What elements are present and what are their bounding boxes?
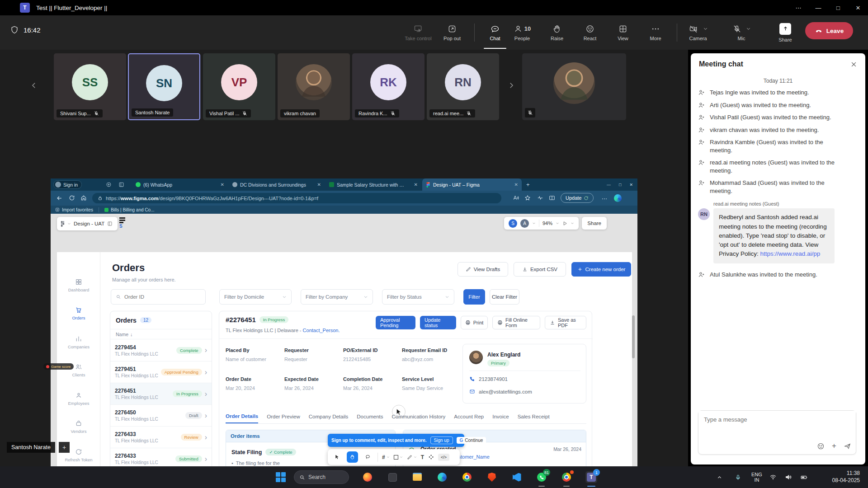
sidebar-item-employees[interactable]: Employees [57,392,100,406]
view-button[interactable]: View [607,19,639,46]
update-status-button[interactable]: Update status [420,316,456,329]
tab-documents[interactable]: Documents [357,414,383,423]
favorite-star-icon[interactable] [524,195,531,201]
order-row[interactable]: 2276433TL Flex Holdings LLC Review› [110,426,212,448]
taskbar-icon-teams[interactable]: T 1 [585,471,597,483]
taskbar-icon-chrome-profile[interactable] [561,471,572,483]
taskbar-search-box[interactable]: Search [294,470,349,484]
browser-close-icon[interactable]: ✕ [629,183,633,187]
sidebar-item-companies[interactable]: Companies [57,335,100,349]
browser-tab[interactable]: Sample Salary Structure with calc ✕ [326,178,421,191]
import-favorites-button[interactable]: Import favorites [55,207,93,212]
figma-share-button[interactable]: Share [582,217,607,230]
collaborator-avatar[interactable]: A [520,219,529,228]
contact-person-link[interactable]: Contact_Person. [303,328,340,333]
vertical-tabs-icon[interactable] [118,182,124,188]
taskbar-icon-firefox[interactable] [362,471,373,483]
sidebar-item-vendors[interactable]: Vendors [57,420,100,434]
tab-account-rep[interactable]: Account Rep [454,414,484,423]
react-button[interactable]: React [574,19,606,46]
tab-close-icon[interactable]: ✕ [221,182,224,187]
start-button[interactable] [275,471,287,483]
participant-tile[interactable]: VP Vishal Patil ... [203,53,275,120]
tray-mic-icon[interactable] [735,466,741,488]
taskbar-icon-file-explorer[interactable] [411,471,423,483]
read-aloud-icon[interactable] [513,195,519,201]
browser-menu-dots-icon[interactable] [601,196,608,202]
chat-message-input[interactable] [698,411,856,436]
contact-phone[interactable]: 2123874901 [479,376,508,382]
mic-button[interactable]: Mic [725,19,758,46]
filter-company-select[interactable]: Filter by Company [301,289,373,305]
taskbar-icon-edge[interactable] [436,471,448,483]
order-row-selected[interactable]: 2276451TL Flex Holdings LLC In Progress› [110,383,212,404]
participant-tile[interactable]: RK Ravindra K... [352,53,425,120]
contact-email[interactable]: alex@vstatefilings.com [479,389,532,394]
sidebar-item-orders[interactable]: Orders [57,306,100,320]
pop-out-button[interactable]: Pop out [436,19,468,46]
edge-logo-icon[interactable] [614,194,622,202]
tray-volume-icon[interactable] [785,466,792,488]
participant-tile[interactable]: vikram chavan [278,53,350,120]
chat-close-icon[interactable] [850,61,857,68]
game-score-overlay[interactable]: Game score [43,363,74,370]
participant-tile[interactable]: RN read.ai mee... [427,53,499,120]
presenter-tag-expand-button[interactable]: + [59,442,70,453]
pen-tool[interactable] [407,455,417,460]
attach-plus-icon[interactable]: + [832,441,836,450]
back-icon[interactable] [56,195,63,202]
raise-hand-button[interactable]: Raise [541,19,573,46]
tab-order-preview[interactable]: Order Preview [267,414,300,423]
taskbar-icon-chrome[interactable] [461,471,473,483]
tab-order-details[interactable]: Order Details [226,413,258,423]
home-icon[interactable] [80,195,87,201]
browser-minimize-icon[interactable]: — [607,183,611,187]
export-csv-button[interactable]: Export CSV [514,262,566,277]
approval-pending-button[interactable]: Approval Pending [376,316,415,329]
tray-battery-icon[interactable] [800,466,808,488]
chat-input-box[interactable]: + [698,410,856,455]
tab-sales-receipt[interactable]: Sales Receipt [518,414,550,423]
taskbar-icon-vscode[interactable] [511,471,523,483]
participant-tile-active-speaker[interactable]: SN Santosh Narate [128,53,200,120]
collaborator-avatar[interactable]: S [509,219,517,228]
text-tool[interactable]: T [421,454,424,460]
workspaces-icon[interactable] [106,182,112,188]
spotlight-tile[interactable] [522,53,626,120]
component-tool-icon[interactable] [428,454,434,460]
camera-button[interactable]: Camera [682,19,714,46]
split-screen-icon[interactable] [549,195,555,201]
sidebar-item-dashboard[interactable]: Dashboard [57,278,100,292]
privacy-policy-link[interactable]: https://www.read.ai/pp [760,250,821,257]
order-id-search[interactable] [111,289,206,305]
code-tool[interactable]: </> [438,454,449,461]
filter-status-select[interactable]: Filter by Status [382,289,454,305]
lasso-tool-icon[interactable] [362,451,373,463]
layout-columns-icon[interactable] [107,221,113,226]
move-tool-icon[interactable] [331,451,343,463]
browser-tab-active[interactable]: Design - UAT – Figma ✕ [422,178,522,191]
tab-close-icon[interactable]: ✕ [317,182,321,187]
view-drafts-button[interactable]: View Drafts [458,262,508,277]
tab-company-details[interactable]: Company Details [309,414,349,423]
create-new-order-button[interactable]: Create new order [571,262,631,277]
tab-invoice[interactable]: Invoice [492,414,509,423]
present-icon[interactable] [562,221,567,226]
zoom-level[interactable]: 94% [542,221,552,226]
browser-maximize-icon[interactable]: □ [619,183,621,187]
camera-options-chevron-icon[interactable] [703,26,708,31]
mic-options-chevron-icon[interactable] [746,26,751,31]
share-button[interactable]: Share [769,19,802,46]
emoji-icon[interactable] [817,442,825,450]
taskbar-icon-brave[interactable] [486,471,498,483]
google-continue-button[interactable]: GContinue [457,437,486,444]
people-button[interactable]: 10 People [506,19,538,46]
clear-filter-button[interactable]: Clear Filter [490,289,519,305]
participant-tile[interactable]: SS Shivani Sup... [54,53,126,120]
send-icon[interactable] [844,442,851,450]
figma-file-menu[interactable]: Design - UAT [57,217,118,230]
tray-language-indicator[interactable]: ENGIN [751,466,762,488]
bookmark-item[interactable]: Bills | Billing and Co... [104,207,155,212]
order-row[interactable]: 2279454TL Flex Holdings LLC Complete› [110,339,212,361]
print-button[interactable]: Print [461,316,488,329]
